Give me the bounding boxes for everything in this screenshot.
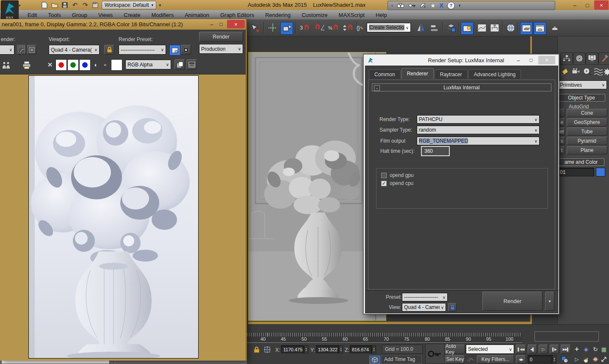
menu-tools[interactable]: Tools <box>42 12 66 18</box>
edit-region-icon[interactable] <box>17 45 26 55</box>
primitive-button-tube[interactable]: Tube <box>567 127 607 136</box>
sign-in-icon[interactable]: X <box>440 2 443 9</box>
selection-filter-combo[interactable]: Selected ∨ <box>466 345 514 354</box>
print-image-icon[interactable] <box>20 60 34 70</box>
snaps-toggle-icon[interactable]: 3 <box>299 22 311 34</box>
previous-frame-button[interactable]: ◀▌ <box>528 345 537 354</box>
favorites-star-icon[interactable]: ★ <box>430 2 436 9</box>
new-file-icon[interactable] <box>41 1 48 9</box>
angle-snap-icon[interactable] <box>313 22 325 34</box>
auto-key-button[interactable]: Auto Key <box>445 345 465 354</box>
systems-category-icon[interactable] <box>603 67 609 76</box>
object-name-field[interactable]: 01 <box>558 168 594 176</box>
opend-cpu-checkbox[interactable]: ✓ <box>381 181 387 186</box>
toggle-ui-icon[interactable] <box>186 59 197 70</box>
close-button[interactable]: × <box>594 0 609 10</box>
primitive-button-partial[interactable]: t <box>559 146 565 154</box>
rendered-image[interactable] <box>28 75 199 358</box>
keyshot-key-icon[interactable] <box>408 3 416 8</box>
film-output-combo[interactable]: RGB_TONEMAPPED ∨ <box>417 137 540 145</box>
rfw-viewport-combo[interactable]: Quad 4 - Camera( ∨ <box>49 45 100 55</box>
environment-effects-icon[interactable] <box>181 45 191 55</box>
select-and-move-icon[interactable] <box>267 22 279 34</box>
minimize-button[interactable]: – <box>568 0 581 10</box>
red-channel-button[interactable] <box>55 59 67 71</box>
menu-maxscript[interactable]: MAXScript <box>333 12 370 18</box>
object-category-combo[interactable]: Primitives ∨ <box>558 80 607 89</box>
opend-gpu-label[interactable]: opend gpu <box>390 172 414 178</box>
time-ruler[interactable]: 40 45 50 55 60 65 70 75 80 85 90 95 100 <box>247 333 522 343</box>
workspace-selector[interactable]: Workspace: Default ▾ <box>102 1 156 9</box>
background-color-swatch[interactable] <box>111 59 122 71</box>
menu-help[interactable]: Help <box>370 12 393 18</box>
render-production-icon[interactable] <box>549 22 561 34</box>
motion-tab-icon[interactable] <box>573 52 586 64</box>
auto-region-icon[interactable] <box>27 45 36 55</box>
zoom-extents-all-icon[interactable]: ◈ <box>582 345 590 354</box>
menu-edit[interactable]: Edit <box>22 12 42 18</box>
go-to-end-button[interactable]: ▶▶▌ <box>561 345 571 354</box>
menu-animation[interactable]: Animation <box>179 12 215 18</box>
dialog-render-button[interactable]: Render <box>482 292 543 311</box>
view-lock-icon[interactable] <box>448 303 457 312</box>
render-preset-combo[interactable]: -------------------- ∨ <box>119 45 166 55</box>
green-channel-button[interactable] <box>67 59 79 71</box>
play-button[interactable]: ▷ <box>539 345 548 354</box>
primitive-button-cone[interactable]: Cone <box>567 109 607 117</box>
set-key-button[interactable]: Set Key <box>445 355 465 364</box>
monochrome-channel-icon[interactable]: ◐ <box>92 61 100 69</box>
x-spinner[interactable]: ▲▼ <box>304 345 308 353</box>
select-and-place-icon[interactable] <box>249 22 261 34</box>
select-object-icon[interactable] <box>280 22 293 35</box>
primitive-button-partial[interactable]: s <box>559 137 565 145</box>
logo-caret-icon[interactable]: ▾ <box>19 3 21 8</box>
open-file-icon[interactable] <box>51 1 58 9</box>
menu-rendering[interactable]: Rendering <box>260 12 296 18</box>
x-coordinate-field[interactable]: 1170.475 <box>281 345 304 353</box>
render-flyout-caret-icon[interactable]: ▾ <box>545 292 554 311</box>
space-warps-category-icon[interactable] <box>593 67 603 76</box>
opend-cpu-label[interactable]: opend cpu <box>390 180 413 186</box>
manage-layers-icon[interactable] <box>446 22 457 34</box>
opend-gpu-checkbox[interactable] <box>381 173 387 178</box>
render-setup-shortcut-icon[interactable] <box>169 45 180 55</box>
display-tab-icon[interactable] <box>586 52 598 64</box>
channel-display-combo[interactable]: RGB Alpha ∨ <box>125 60 171 69</box>
rendered-frame-window-icon[interactable] <box>534 22 546 35</box>
undo-icon[interactable]: ↶ <box>71 1 79 9</box>
footer-view-combo[interactable]: Quad 4 - Camer ∨ <box>402 303 446 312</box>
rfw-maximize-button[interactable]: □ <box>217 20 225 28</box>
y-spinner[interactable]: ▲▼ <box>339 345 343 353</box>
tab-advanced-lighting[interactable]: Advanced Lighting <box>468 69 521 79</box>
schematic-view-icon[interactable] <box>489 22 501 34</box>
primitive-button-partial[interactable] <box>559 109 565 117</box>
primitive-button-partial[interactable]: er <box>559 127 565 136</box>
dialog-maximize-button[interactable]: □ <box>526 56 537 64</box>
orbit-icon[interactable]: ↻ <box>591 345 600 354</box>
blue-channel-button[interactable] <box>79 59 91 71</box>
menu-group[interactable]: Group <box>66 12 93 18</box>
primitive-button-plane[interactable]: Plane <box>567 146 607 154</box>
name-color-rollout[interactable]: ame and Color <box>558 158 604 166</box>
cameras-category-icon[interactable] <box>571 67 581 76</box>
tab-renderer[interactable]: Renderer <box>401 68 434 79</box>
rollout-collapse-icon[interactable]: - <box>374 85 380 91</box>
redo-icon[interactable]: ↷ <box>81 1 89 9</box>
dialog-close-button[interactable]: × <box>538 56 555 64</box>
helpers-category-icon[interactable] <box>582 67 592 76</box>
search-binoculars-icon[interactable] <box>397 3 404 8</box>
time-tag-cube-icon[interactable] <box>369 356 380 364</box>
go-to-start-button[interactable]: ▌◀◀ <box>516 345 526 354</box>
copy-to-clipboard-icon[interactable] <box>174 59 185 70</box>
named-selection-set-combo[interactable]: Create Selection Se ∨ <box>367 23 411 32</box>
y-coordinate-field[interactable]: 1304.322 <box>316 345 339 353</box>
key-mode-toggle-button[interactable]: ◀▶ <box>516 355 526 364</box>
render-type-combo[interactable]: PATHCPU ∨ <box>417 115 540 124</box>
save-icon[interactable] <box>61 1 69 9</box>
viewport-lock-icon[interactable] <box>104 45 114 55</box>
help-icon[interactable]: ? <box>447 2 455 9</box>
render-in-cloud-icon[interactable] <box>505 22 517 34</box>
mirror-icon[interactable] <box>415 22 427 34</box>
object-type-rollout[interactable]: Object Type <box>558 94 605 102</box>
tab-common[interactable]: Common <box>369 69 401 79</box>
